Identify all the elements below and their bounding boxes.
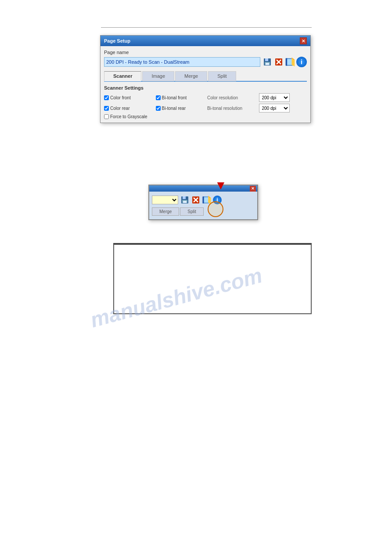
color-rear-checkbox-item: Color rear bbox=[104, 106, 152, 111]
svg-rect-13 bbox=[183, 196, 186, 199]
scanner-icon-button[interactable] bbox=[285, 57, 295, 67]
svg-rect-15 bbox=[183, 201, 187, 203]
cancel-icon bbox=[275, 58, 283, 66]
svg-rect-9 bbox=[286, 58, 287, 65]
tabs-row: Scanner Image Merge Split bbox=[104, 71, 307, 82]
color-front-label: Color front bbox=[110, 95, 131, 100]
bitonal-front-checkbox[interactable] bbox=[156, 95, 161, 100]
page-name-input[interactable] bbox=[104, 57, 260, 67]
cancel-button[interactable] bbox=[273, 57, 284, 67]
page-setup-dialog: Page Setup ✕ Page name bbox=[100, 35, 311, 123]
zoom-save-button[interactable] bbox=[180, 195, 190, 205]
bottom-box-top-line bbox=[113, 243, 312, 245]
svg-rect-8 bbox=[286, 59, 292, 65]
dialog-titlebar: Page Setup ✕ bbox=[101, 36, 310, 46]
zoom-dropdown[interactable] bbox=[152, 196, 178, 204]
svg-rect-20 bbox=[203, 197, 209, 203]
tab-merge[interactable]: Merge bbox=[175, 71, 207, 81]
bitonal-resolution-select[interactable]: 200 dpi 100 dpi 150 dpi 300 dpi bbox=[259, 104, 290, 112]
zoom-cancel-button[interactable] bbox=[191, 195, 201, 205]
force-grayscale-checkbox-item: Force to Grayscale bbox=[104, 114, 152, 119]
color-rear-checkbox[interactable] bbox=[104, 106, 109, 111]
dialog-body: Page name bbox=[101, 46, 310, 123]
dialog-close-button[interactable]: ✕ bbox=[300, 37, 307, 44]
color-rear-label: Color rear bbox=[110, 106, 129, 111]
color-front-checkbox-item: Color front bbox=[104, 95, 152, 100]
force-grayscale-label: Force to Grayscale bbox=[110, 114, 147, 119]
zoom-scanner-book-icon bbox=[202, 194, 212, 206]
tab-image[interactable]: Image bbox=[142, 71, 174, 81]
zoom-cancel-icon bbox=[192, 196, 200, 204]
zoom-toolbar: i bbox=[180, 195, 222, 205]
color-resolution-label: Color resolution bbox=[207, 95, 255, 100]
zoom-dialog-titlebar: ✕ bbox=[149, 185, 257, 192]
toolbar-icons: i bbox=[262, 57, 307, 67]
zoom-tabs-row: Merge Split bbox=[152, 207, 255, 216]
scanner-settings-label: Scanner Settings bbox=[104, 85, 307, 91]
save-button[interactable] bbox=[262, 57, 273, 67]
zoom-input-row: i bbox=[152, 195, 255, 205]
bitonal-front-checkbox-item: Bi-tonal front bbox=[156, 95, 204, 100]
zoom-close-button[interactable]: ✕ bbox=[250, 186, 256, 192]
zoom-tab-merge[interactable]: Merge bbox=[152, 207, 179, 216]
color-resolution-select[interactable]: 200 dpi 100 dpi 150 dpi 300 dpi bbox=[259, 93, 290, 102]
bitonal-rear-checkbox-item: Bi-tonal rear bbox=[156, 106, 204, 111]
zoom-scanner-icon-button[interactable] bbox=[202, 195, 212, 205]
page-name-row: i bbox=[104, 57, 307, 67]
svg-rect-3 bbox=[266, 63, 269, 65]
svg-rect-21 bbox=[203, 196, 204, 203]
bitonal-front-label: Bi-tonal front bbox=[162, 95, 187, 100]
zoom-save-icon bbox=[181, 196, 189, 204]
dialog-title: Page Setup bbox=[104, 38, 130, 44]
page-setup-dialog-zoom: ✕ bbox=[148, 185, 258, 220]
scanner-book-icon bbox=[285, 56, 295, 68]
force-grayscale-checkbox[interactable] bbox=[104, 114, 109, 119]
top-divider-line bbox=[101, 27, 312, 28]
tab-split[interactable]: Split bbox=[208, 71, 236, 81]
zoom-info-button[interactable]: i bbox=[213, 196, 222, 204]
zoom-dialog-body: i Merge Split bbox=[149, 192, 257, 219]
info-button[interactable]: i bbox=[296, 57, 307, 67]
settings-grid: Color front Bi-tonal front Color resolut… bbox=[104, 93, 307, 119]
bottom-content-box bbox=[113, 243, 312, 314]
tab-scanner[interactable]: Scanner bbox=[104, 71, 141, 81]
svg-rect-1 bbox=[265, 58, 268, 61]
red-arrow-indicator: ▼ bbox=[215, 178, 227, 192]
page-name-label: Page name bbox=[104, 50, 307, 55]
color-front-checkbox[interactable] bbox=[104, 95, 109, 100]
bitonal-rear-label: Bi-tonal rear bbox=[162, 106, 186, 111]
bitonal-rear-checkbox[interactable] bbox=[156, 106, 161, 111]
zoom-tab-split[interactable]: Split bbox=[180, 207, 203, 216]
save-icon bbox=[263, 58, 271, 66]
bitonal-resolution-label: Bi-tonal resolution bbox=[207, 106, 255, 111]
